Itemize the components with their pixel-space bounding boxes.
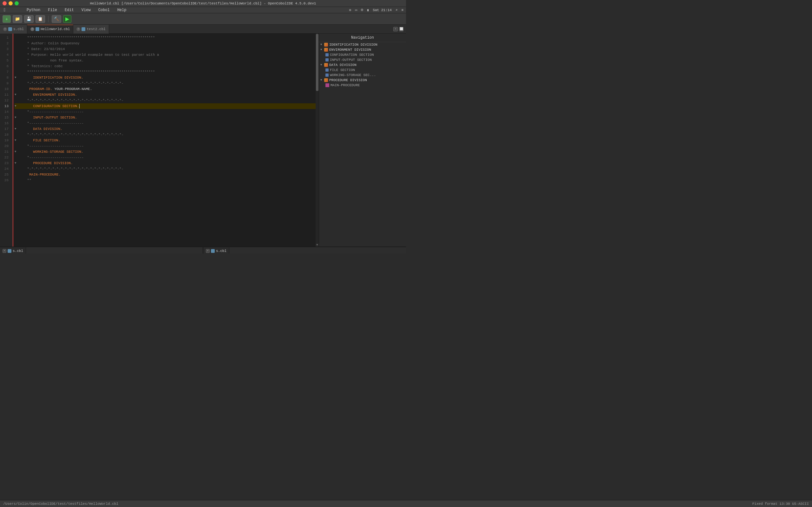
nav-arrow-env: ▼ — [320, 48, 323, 51]
nav-file-section[interactable]: FILE SECTION — [319, 67, 406, 72]
close-button[interactable] — [3, 1, 7, 5]
menu-edit[interactable]: Edit — [63, 8, 75, 12]
bottom-right-tab-bar: × s.cbl — [203, 247, 406, 253]
nav-icon-env — [324, 48, 328, 52]
nav-label-io: INPUT-OUTPUT SECTION — [330, 58, 372, 62]
bottom-right-pane: × s.cbl 9 10 11 12 13 14 15 16 17 18 19 … — [203, 247, 406, 253]
tab-close-scbl[interactable]: × — [3, 27, 7, 31]
code-line-3: * Date: 23/02/2014 — [14, 46, 316, 52]
nav-input-output-section[interactable]: INPUT-OUTPUT SECTION — [319, 57, 406, 62]
close-nav-button[interactable]: × — [393, 27, 398, 32]
nav-identification-division[interactable]: ▼ IDENTIFICATION DIVISION — [319, 42, 406, 47]
line-numbers-top: 1 2 3 4 5 6 7 8 9 10 11 12 13 14 15 16 1… — [0, 34, 13, 246]
code-line-16: *-------------------------- — [14, 120, 316, 126]
close-bottom-left[interactable]: × — [3, 249, 6, 253]
code-line-10: PROGRAM-ID. YOUR-PROGRAM-NAME. — [14, 86, 316, 92]
nav-header: Navigation — [319, 34, 406, 42]
tab-icon-bottom-left — [8, 249, 11, 253]
code-line-8: ▼ IDENTIFICATION DIVISION. — [14, 75, 316, 80]
nav-configuration-section[interactable]: CONFIGURATION SECTION — [319, 52, 406, 57]
menu-cobol[interactable]: Cobol — [97, 8, 111, 12]
code-line-5: * non free syntax. — [14, 58, 316, 63]
nav-label-env: ENVIRONMENT DIVISION — [329, 48, 371, 52]
nav-working-storage[interactable]: WORKING-STORAGE SEC... — [319, 72, 406, 78]
code-line-4: * Purpose: Hello world world example mea… — [14, 52, 316, 58]
siri-icon[interactable]: ⊙ — [349, 8, 351, 12]
bottom-right-tab[interactable]: × s.cbl — [203, 247, 229, 253]
top-editor-scrollbar[interactable]: ▼ — [316, 34, 319, 246]
code-line-13: ▼ CONFIGURATION SECTION. — [14, 103, 316, 109]
scrollbar-thumb[interactable] — [316, 34, 318, 91]
tab-test2[interactable]: × test2.cbl — [73, 25, 109, 34]
save-as-button[interactable]: 📋 — [36, 15, 45, 23]
wifi-icon[interactable]: ⌾ — [361, 8, 363, 12]
menu-bar:  Python File Edit View Cobol Help ⊙ ▭ ⌾… — [0, 7, 406, 13]
code-line-14: *-------------------------- — [14, 109, 316, 115]
maximize-button[interactable] — [14, 1, 19, 5]
code-content-top[interactable]: ****************************************… — [13, 34, 319, 246]
nav-label-proc: PROCEDURE DIVISION — [329, 78, 367, 82]
nav-icon-conf — [325, 53, 328, 56]
tab-icon-bottom-right — [211, 249, 215, 253]
code-line-23: ▼ PROCEDURE DIVISION. — [14, 160, 316, 166]
tab-icon-test2 — [82, 27, 85, 31]
tab-helloworld[interactable]: × HelloWorld.cbl — [27, 25, 73, 34]
menu-icon[interactable]: ≡ — [401, 8, 403, 12]
nav-icon-io — [325, 58, 328, 61]
nav-label-id: IDENTIFICATION DIVISION — [329, 43, 377, 47]
nav-main-procedure[interactable]: MAIN-PROCEDURE — [319, 83, 406, 88]
code-line-19: ▼ FILE SECTION. — [14, 137, 316, 143]
tab-close-helloworld[interactable]: × — [31, 27, 34, 31]
nav-label-main: MAIN-PROCEDURE — [331, 83, 360, 87]
new-file-button[interactable]: + — [3, 15, 11, 23]
nav-label-data: DATA DIVISION — [329, 63, 357, 67]
run-button[interactable]: ▶ — [63, 15, 71, 23]
bottom-left-tab-label: s.cbl — [13, 249, 23, 253]
code-line-20: *-------------------------- — [14, 143, 316, 149]
open-file-button[interactable]: 📁 — [13, 15, 22, 23]
nav-icon-id — [324, 43, 328, 47]
menu-file[interactable]: File — [47, 8, 58, 12]
nav-environment-division[interactable]: ▼ ENVIRONMENT DIVISION — [319, 47, 406, 52]
nav-icon-file — [325, 68, 328, 72]
code-area-top: 1 2 3 4 5 6 7 8 9 10 11 12 13 14 15 16 1… — [0, 34, 319, 246]
close-bottom-right[interactable]: × — [206, 249, 210, 253]
code-line-26: ** — [14, 177, 316, 183]
code-line-22: *-------------------------- — [14, 155, 316, 160]
window-title: HelloWorld.cbl [/Users/Colin/Documents/O… — [90, 2, 316, 5]
nav-arrow-data: ▼ — [320, 63, 323, 66]
code-line-9: *-*-*-*-*-*-*-*-*-*-*-*-*-*-*-*-*-*-*-*-… — [14, 80, 316, 86]
main-layout: 1 2 3 4 5 6 7 8 9 10 11 12 13 14 15 16 1… — [0, 34, 406, 246]
menu-apple[interactable]:  — [3, 8, 8, 13]
save-button[interactable]: 💾 — [24, 15, 34, 23]
screen-icon[interactable]: ▭ — [355, 8, 357, 12]
code-line-24: *-*-*-*-*-*-*-*-*-*-*-*-*-*-*-*-*-*-*-*-… — [14, 166, 316, 172]
search-icon[interactable]: ⌕ — [396, 8, 398, 12]
build-button[interactable]: 🔨 — [52, 15, 61, 23]
bottom-right-tab-label: s.cbl — [216, 249, 226, 253]
menu-view[interactable]: View — [80, 8, 92, 12]
code-line-25: MAIN-PROCEDURE. — [14, 172, 316, 177]
split-nav-button[interactable]: ⬜ — [399, 27, 403, 32]
minimize-button[interactable] — [9, 1, 13, 5]
menu-python[interactable]: Python — [26, 8, 42, 12]
top-editor[interactable]: 1 2 3 4 5 6 7 8 9 10 11 12 13 14 15 16 1… — [0, 34, 319, 246]
battery-icon[interactable]: ▮ — [367, 8, 369, 12]
tab-close-test2[interactable]: × — [77, 27, 80, 31]
traffic-lights — [3, 1, 19, 5]
code-line-15: ▼ INPUT-OUTPUT SECTION. — [14, 115, 316, 120]
code-line-12: *-*-*-*-*-*-*-*-*-*-*-*-*-*-*-*-*-*-*-*-… — [14, 98, 316, 103]
menu-help[interactable]: Help — [116, 8, 128, 12]
scroll-down[interactable]: ▼ — [316, 243, 319, 246]
nav-icon-ws — [325, 73, 328, 77]
nav-icon-proc — [324, 78, 328, 82]
nav-label-conf: CONFIGURATION SECTION — [330, 53, 374, 57]
code-line-2: * Author: Colin Duquesnoy — [14, 41, 316, 46]
tab-scbl[interactable]: × s.cbl — [0, 25, 27, 34]
top-tab-bar: × s.cbl × HelloWorld.cbl × test2.cbl × ⬜ — [0, 25, 406, 34]
nav-data-division[interactable]: ▼ DATA DIVISION — [319, 62, 406, 67]
code-line-18: *-*-*-*-*-*-*-*-*-*-*-*-*-*-*-*-*-*-*-*-… — [14, 132, 316, 137]
nav-procedure-division[interactable]: ▼ PROCEDURE DIVISION — [319, 78, 406, 83]
bottom-left-tab[interactable]: × s.cbl — [0, 247, 26, 253]
code-line-11: ▼ ENVIRONMENT DIVISION. — [14, 92, 316, 98]
